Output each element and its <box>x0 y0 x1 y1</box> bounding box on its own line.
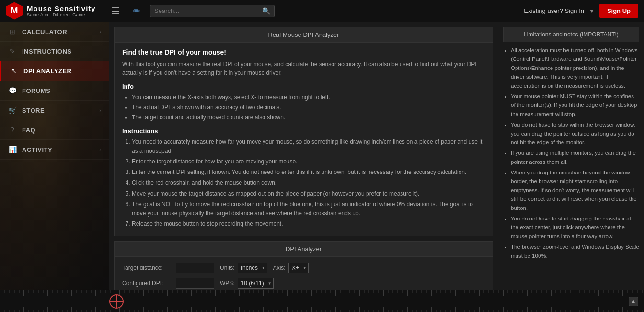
calculator-arrow: › <box>99 29 101 35</box>
sidebar-label-store: STORE <box>22 107 94 114</box>
sidebar-item-dpi-analyzer[interactable]: ↖ DPI ANALYZER <box>0 61 109 81</box>
analyzer-row-1: Target distance: Units: Inches cm <box>122 263 485 273</box>
wps-select[interactable]: 10 (6/11) 5 (4/11) 6 (5/11) <box>238 278 274 289</box>
note-7: The browser zoom-level and Windows Displ… <box>511 243 639 260</box>
sidebar-label-forums: FORUMS <box>22 87 101 94</box>
configured-dpi-input[interactable] <box>176 278 214 289</box>
logo-icon: M <box>6 2 23 20</box>
right-panel-title: Limitations and notes (IMPORTANT!) <box>503 27 639 42</box>
sidebar-item-faq[interactable]: ? FAQ <box>0 120 109 140</box>
faq-icon: ? <box>8 126 17 134</box>
activity-arrow: › <box>99 147 101 152</box>
sidebar-item-forums[interactable]: 💬 FORUMS <box>0 81 109 101</box>
sign-in-link[interactable]: Existing user? Sign In <box>524 7 584 14</box>
target-distance-label: Target distance: <box>122 265 170 271</box>
info-box-title: Real Mouse DPI Analyzer <box>115 27 493 43</box>
units-select[interactable]: Inches cm <box>238 263 267 273</box>
analyzer-title: DPI Analyzer <box>115 242 493 257</box>
crosshair-indicator[interactable] <box>109 294 124 309</box>
activity-icon: 📊 <box>8 146 17 153</box>
wps-group: WPS: 10 (6/11) 5 (4/11) 6 (5/11) <box>220 278 274 289</box>
logo-text: Mouse Sensitivity Same Aim · Different G… <box>27 4 96 17</box>
info-list: You can measure the X-axis both ways, se… <box>122 93 485 123</box>
ruler-ticks <box>0 290 644 312</box>
sidebar-label-dpi-analyzer: DPI ANALYZER <box>23 68 101 75</box>
axis-label: Axis: <box>273 265 286 271</box>
right-panel: Limitations and notes (IMPORTANT!) All a… <box>498 22 644 312</box>
dpi-analyzer-icon: ↖ <box>9 67 19 75</box>
sidebar-item-instructions[interactable]: ✎ INSTRUCTIONS <box>0 42 109 61</box>
axis-select[interactable]: X+ X- Y+ Y- <box>288 263 309 273</box>
target-distance-input[interactable] <box>176 263 214 273</box>
search-input[interactable] <box>154 7 262 14</box>
info-item-2: The actual DPI is shown with an accuracy… <box>132 103 485 112</box>
sidebar-label-instructions: INSTRUCTIONS <box>22 48 101 55</box>
main-layout: ⊞ CALCULATOR › ✎ INSTRUCTIONS ↖ DPI ANAL… <box>0 22 644 312</box>
logo-title: Mouse Sensitivity <box>27 4 96 12</box>
note-4: If you are using multiple monitors, you … <box>511 149 639 166</box>
instruction-3: Enter the current DPI setting, if known.… <box>132 168 485 177</box>
dropdown-chevron: ▼ <box>589 8 595 14</box>
search-bar: 🔍 <box>150 5 275 17</box>
axis-select-wrap: X+ X- Y+ Y- <box>288 263 309 273</box>
instruction-7: Release the mouse button to stop recordi… <box>132 220 485 229</box>
sidebar-label-faq: FAQ <box>22 127 101 134</box>
hamburger-icon[interactable]: ☰ <box>107 3 124 19</box>
instructions-icon: ✎ <box>8 47 17 55</box>
instructions-list: You need to accurately measure how far y… <box>122 138 485 229</box>
paintbrush-icon[interactable]: ✏ <box>129 4 144 18</box>
search-icon: 🔍 <box>262 7 270 15</box>
header-right: Existing user? Sign In ▼ Sign Up <box>524 4 638 18</box>
note-6: You do not have to start dragging the cr… <box>511 214 639 241</box>
analyzer-row-2: Configured DPI: WPS: 10 (6/11) 5 (4/11) … <box>122 278 485 289</box>
store-icon: 🛒 <box>8 106 17 114</box>
calculator-icon: ⊞ <box>8 28 17 35</box>
instructions-section: Instructions You need to accurately meas… <box>122 127 485 229</box>
sidebar-item-store[interactable]: 🛒 STORE › <box>0 101 109 120</box>
instruction-1: You need to accurately measure how far y… <box>132 138 485 156</box>
axis-group: Axis: X+ X- Y+ Y- <box>273 263 309 273</box>
ruler-area: ▲ <box>0 290 644 312</box>
instruction-5: Move your mouse the target distance as m… <box>132 189 485 198</box>
instruction-4: Click the red crosshair, and hold the mo… <box>132 178 485 187</box>
note-1: All acceleration must be turned off, bot… <box>511 46 639 90</box>
logo-subtitle: Same Aim · Different Game <box>27 12 96 17</box>
info-subtitle: With this tool you can measure the real … <box>122 60 485 77</box>
sidebar-item-calculator[interactable]: ⊞ CALCULATOR › <box>0 22 109 42</box>
svg-rect-0 <box>0 290 644 312</box>
header: M Mouse Sensitivity Same Aim · Different… <box>0 0 644 22</box>
store-arrow: › <box>99 107 101 113</box>
instruction-6: The goal is NOT to try to move the red c… <box>132 200 485 218</box>
sign-up-button[interactable]: Sign Up <box>599 4 638 18</box>
sidebar-content: ⊞ CALCULATOR › ✎ INSTRUCTIONS ↖ DPI ANAL… <box>0 22 109 160</box>
content-area: Real Mouse DPI Analyzer Find the true DP… <box>109 22 644 312</box>
note-5: When you drag the crosshair beyond the w… <box>511 168 639 212</box>
logo-area: M Mouse Sensitivity Same Aim · Different… <box>6 2 102 20</box>
units-label: Units: <box>220 265 235 271</box>
info-box: Real Mouse DPI Analyzer Find the true DP… <box>114 27 493 236</box>
units-group: Units: Inches cm <box>220 263 267 273</box>
main-panel: Real Mouse DPI Analyzer Find the true DP… <box>109 22 498 312</box>
info-headline: Find the true DPI of your mouse! <box>122 48 485 56</box>
scroll-to-top-button[interactable]: ▲ <box>629 297 638 306</box>
instructions-title: Instructions <box>122 127 485 135</box>
right-panel-list: All acceleration must be turned off, bot… <box>503 46 639 260</box>
info-box-content: Find the true DPI of your mouse! With th… <box>115 43 493 236</box>
info-item-3: The target count and actually moved coun… <box>132 113 485 122</box>
instruction-2: Enter the target distance for how far yo… <box>132 157 485 166</box>
sidebar-label-calculator: CALCULATOR <box>22 28 94 35</box>
wps-select-wrap: 10 (6/11) 5 (4/11) 6 (5/11) <box>238 278 274 289</box>
sidebar-item-activity[interactable]: 📊 ACTIVITY › <box>0 140 109 160</box>
info-section-title: Info <box>122 83 485 90</box>
units-select-wrap: Inches cm <box>238 263 267 273</box>
note-2: Your mouse pointer MUST stay within the … <box>511 92 639 118</box>
forums-icon: 💬 <box>8 87 17 94</box>
configured-dpi-label: Configured DPI: <box>122 280 170 287</box>
note-3: You do not have to stay within the brows… <box>511 120 639 147</box>
info-item-1: You can measure the X-axis both ways, se… <box>132 93 485 102</box>
sidebar-label-activity: ACTIVITY <box>22 146 94 153</box>
wps-label: WPS: <box>220 280 235 287</box>
sidebar: ⊞ CALCULATOR › ✎ INSTRUCTIONS ↖ DPI ANAL… <box>0 22 109 312</box>
